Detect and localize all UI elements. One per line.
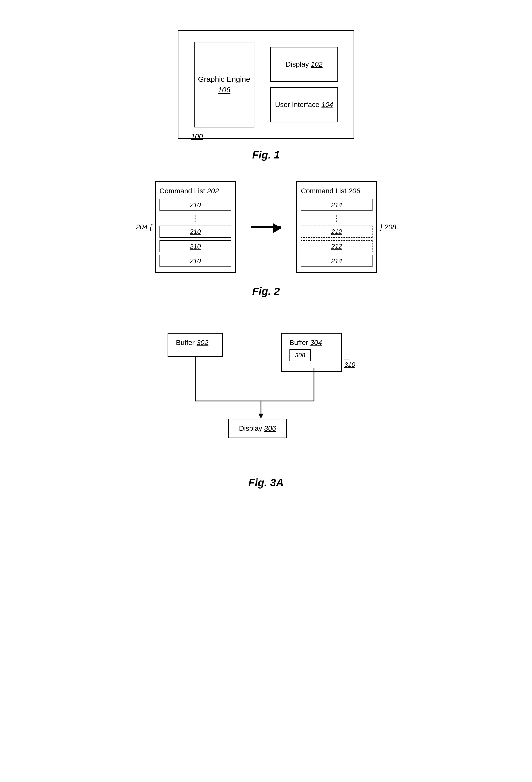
cmd-row-214-top: 214 <box>301 199 373 211</box>
graphic-engine-box: Graphic Engine 106 <box>194 42 254 128</box>
command-list-left-title: Command List 202 <box>159 187 231 195</box>
buffer-302-box: Buffer 302 <box>168 333 223 357</box>
command-list-left: Command List 202 210 ⋮ 210 210 210 <box>155 181 236 273</box>
cmd-row-214-bottom: 214 <box>301 255 373 267</box>
command-list-right-title: Command List 206 <box>301 187 373 195</box>
fig2-section: 204 { Command List 202 210 ⋮ 210 210 210 <box>136 181 396 297</box>
fig1-right-col: Display 102 User Interface 104 <box>270 47 338 122</box>
cmd-row-212-1: 212 <box>301 225 373 238</box>
display-label-fig1: Display <box>286 60 309 68</box>
user-interface-box: User Interface 104 <box>270 87 338 122</box>
graphic-engine-label: Graphic Engine <box>198 74 250 84</box>
fig1-container: Graphic Engine 106 Display 102 User Inte… <box>178 30 354 161</box>
fig2-brace-left-ref: 204 { <box>136 223 152 231</box>
command-list-right: Command List 206 214 ⋮ 212 212 214 <box>296 181 377 273</box>
fig3-caption: Fig. 3A <box>248 477 284 489</box>
user-interface-label: User Interface <box>275 101 320 109</box>
fig2-brace-right-ref: } 208 <box>380 223 396 231</box>
page-content: Graphic Engine 106 Display 102 User Inte… <box>0 0 532 782</box>
fig2-caption: Fig. 2 <box>252 285 280 297</box>
buffer-304-label: Buffer 304 <box>289 339 322 347</box>
user-interface-ref: 104 <box>321 101 333 109</box>
fig2-arrow <box>251 226 281 228</box>
display-box-fig1: Display 102 <box>270 47 338 82</box>
graphic-engine-ref: 106 <box>218 84 230 95</box>
cmd-dots-right: ⋮ <box>301 214 373 222</box>
cmd-row-210-3: 210 <box>159 240 231 252</box>
fig1-caption: Fig. 1 <box>178 149 354 161</box>
buffer-308-inner: 308 <box>289 349 311 361</box>
buffer-304-group: Buffer 304 308 ─ 310 <box>281 333 342 372</box>
fig3-section: Buffer 302 Buffer 304 308 ─ 310 Display … <box>152 318 380 489</box>
cmd-dots-left: ⋮ <box>159 214 231 222</box>
fig2-left-group: 204 { Command List 202 210 ⋮ 210 210 210 <box>136 181 236 273</box>
cmd-row-212-2: 212 <box>301 240 373 252</box>
cmd-row-210-2: 210 <box>159 225 231 238</box>
cmd-row-210-4: 210 <box>159 255 231 267</box>
fig1-outer-ref: 100 <box>191 133 203 141</box>
fig1-outer-box: Graphic Engine 106 Display 102 User Inte… <box>178 30 354 139</box>
cmd-row-210-1: 210 <box>159 199 231 211</box>
buffer-302-label: Buffer 302 <box>176 339 209 347</box>
svg-marker-5 <box>258 414 263 419</box>
fig2-diagram: 204 { Command List 202 210 ⋮ 210 210 210 <box>136 181 396 273</box>
fig3-310-label: ─ 310 <box>344 353 355 369</box>
display-ref-fig1: 102 <box>311 60 322 68</box>
display-306-box: Display 306 <box>228 419 287 438</box>
display-306-label: Display 306 <box>239 424 276 432</box>
fig2-right-group: Command List 206 214 ⋮ 212 212 214 } 208 <box>296 181 396 273</box>
buffer-304-box: Buffer 304 308 <box>281 333 342 372</box>
fig2-big-arrow <box>251 226 281 228</box>
fig3-diagram: Buffer 302 Buffer 304 308 ─ 310 Display … <box>152 318 380 469</box>
